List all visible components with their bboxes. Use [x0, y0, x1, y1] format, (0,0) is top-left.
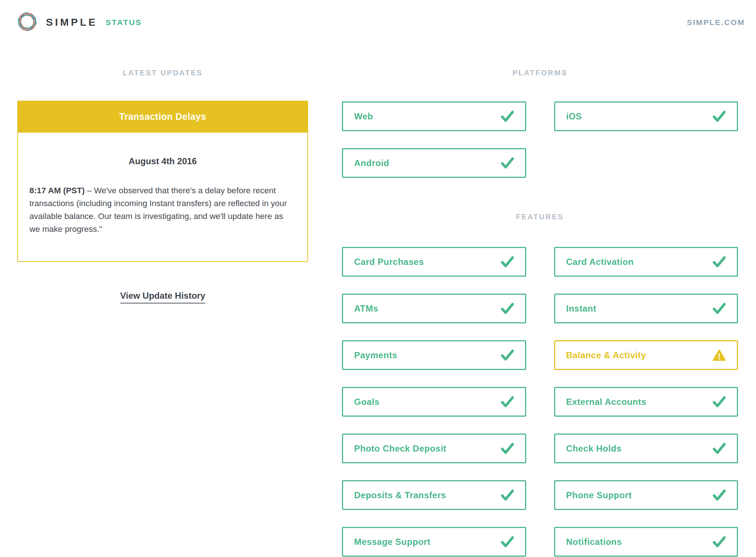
status-box-label: Instant: [566, 303, 596, 314]
status-box-balance-activity: Balance & Activity: [554, 340, 738, 370]
status-box-label: Balance & Activity: [566, 350, 646, 360]
update-date: August 4th 2016: [29, 156, 296, 166]
main-content: LATEST UPDATES Transaction Delays August…: [0, 34, 756, 557]
status-box-payments: Payments: [342, 340, 526, 370]
status-box-ios: iOS: [554, 101, 738, 131]
check-icon: [501, 349, 514, 361]
status-box-deposits-transfers: Deposits & Transfers: [342, 480, 526, 510]
status-box-instant: Instant: [554, 294, 738, 323]
status-box-android: Android: [342, 148, 526, 178]
check-icon: [713, 536, 726, 548]
status-box-web: Web: [342, 101, 526, 131]
status-box-label: Notifications: [566, 537, 622, 547]
status-box-label: ATMs: [354, 303, 378, 314]
status-box-label: Goals: [354, 397, 379, 407]
check-icon: [501, 443, 514, 454]
warning-triangle-icon: [713, 349, 726, 361]
status-box-message-support: Message Support: [342, 527, 526, 557]
status-box-label: External Accounts: [566, 397, 646, 407]
features-heading: FEATURES: [342, 213, 738, 221]
status-box-label: Deposits & Transfers: [354, 490, 446, 500]
update-card: Transaction Delays August 4th 2016 8:17 …: [17, 101, 308, 262]
check-icon: [501, 256, 514, 268]
status-column: PLATFORMS Web iOS Android: [342, 34, 738, 557]
status-box-card-purchases: Card Purchases: [342, 247, 526, 277]
check-icon: [501, 157, 514, 169]
latest-updates-column: LATEST UPDATES Transaction Delays August…: [17, 34, 308, 303]
status-box-label: Photo Check Deposit: [354, 443, 446, 454]
update-card-body: August 4th 2016 8:17 AM (PST) – We've ob…: [17, 133, 308, 262]
status-box-label: Phone Support: [566, 490, 632, 500]
status-box-label: Web: [354, 111, 373, 122]
check-icon: [501, 396, 514, 408]
status-box-goals: Goals: [342, 387, 526, 417]
update-text: 8:17 AM (PST) – We've observed that ther…: [29, 184, 289, 236]
status-box-label: Payments: [354, 350, 397, 360]
view-update-history-link[interactable]: View Update History: [120, 291, 206, 303]
check-icon: [713, 303, 726, 315]
check-icon: [501, 536, 514, 548]
check-icon: [713, 111, 726, 122]
status-box-label: iOS: [566, 111, 582, 122]
check-icon: [713, 396, 726, 408]
status-box-notifications: Notifications: [554, 527, 738, 557]
simple-knot-logo-icon: [17, 11, 38, 34]
check-icon: [713, 443, 726, 454]
brand-status-label: STATUS: [106, 18, 142, 27]
check-icon: [713, 489, 726, 501]
latest-updates-heading: LATEST UPDATES: [17, 69, 308, 77]
status-box-card-activation: Card Activation: [554, 247, 738, 277]
update-time: 8:17 AM (PST): [29, 186, 85, 195]
status-box-label: Check Holds: [566, 443, 622, 454]
status-box-label: Message Support: [354, 537, 431, 547]
platforms-heading: PLATFORMS: [342, 69, 738, 77]
brand-link[interactable]: SIMPLE STATUS: [17, 11, 142, 34]
status-box-label: Card Activation: [566, 257, 634, 267]
check-icon: [501, 489, 514, 501]
update-card-title: Transaction Delays: [119, 111, 206, 122]
status-box-atms: ATMs: [342, 294, 526, 323]
simple-com-link[interactable]: SIMPLE.COM: [687, 18, 745, 27]
features-grid: Card Purchases Card Activation ATMs: [342, 247, 738, 557]
history-link-wrap: View Update History: [17, 291, 308, 303]
top-bar: SIMPLE STATUS SIMPLE.COM: [0, 0, 756, 34]
check-icon: [713, 256, 726, 268]
check-icon: [501, 111, 514, 122]
platforms-grid: Web iOS Android: [342, 101, 738, 178]
check-icon: [501, 303, 514, 315]
status-box-check-holds: Check Holds: [554, 434, 738, 463]
status-box-label: Card Purchases: [354, 257, 424, 267]
status-box-external-accounts: External Accounts: [554, 387, 738, 417]
brand-wordmark: SIMPLE: [46, 17, 97, 28]
update-card-header: Transaction Delays: [17, 101, 308, 133]
status-box-label: Android: [354, 158, 389, 168]
status-box-phone-support: Phone Support: [554, 480, 738, 510]
status-box-photo-check-deposit: Photo Check Deposit: [342, 434, 526, 463]
